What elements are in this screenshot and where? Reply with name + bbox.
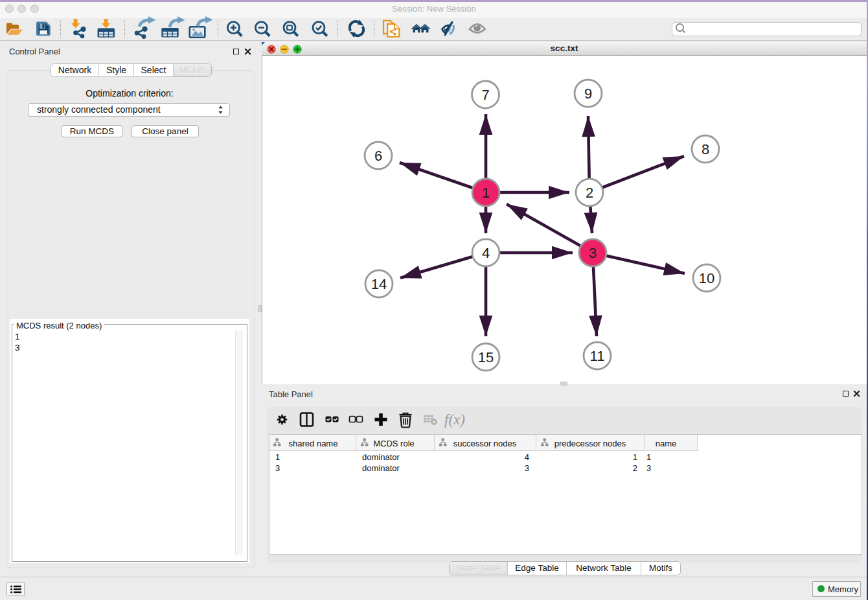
svg-text:9: 9 (584, 86, 592, 102)
svg-text:4: 4 (482, 245, 490, 261)
svg-text:15: 15 (478, 349, 494, 365)
svg-text:2: 2 (586, 185, 593, 201)
svg-text:10: 10 (699, 270, 714, 286)
svg-text:7: 7 (481, 87, 489, 103)
svg-text:1: 1 (482, 185, 490, 201)
svg-text:3: 3 (589, 245, 597, 261)
svg-text:6: 6 (374, 148, 382, 164)
svg-text:11: 11 (590, 348, 605, 364)
svg-text:14: 14 (371, 276, 387, 292)
svg-text:f(x): f(x) (444, 411, 465, 428)
svg-text:8: 8 (702, 141, 709, 157)
